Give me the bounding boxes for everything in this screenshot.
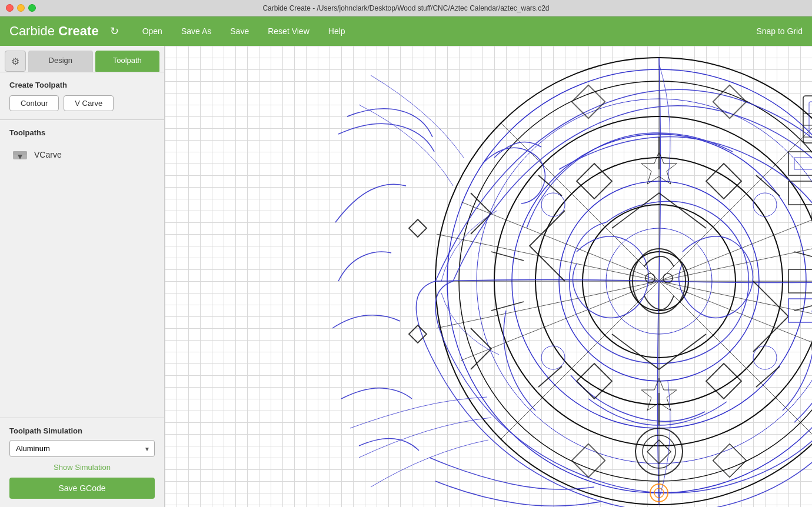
svg-rect-1 [13,151,27,155]
left-panel: ⚙ Design Toolpath Create Toolpath Contou… [0,46,165,507]
svg-rect-57 [788,299,812,322]
list-item[interactable]: VCarve [9,143,155,166]
maximize-button[interactable] [28,4,36,12]
close-button[interactable] [6,4,14,12]
vcarve-label: VCarve [34,150,62,159]
tab-design[interactable]: Design [28,51,93,72]
minimize-button[interactable] [17,4,25,12]
menu-save[interactable]: Save [223,23,256,39]
menu-reset-view[interactable]: Reset View [261,23,317,39]
create-toolpath-title: Create Toolpath [9,81,155,89]
material-select-wrapper: Aluminum Wood MDF Foam ▼ [9,440,155,457]
simulation-title: Toolpath Simulation [9,426,155,435]
toolpaths-title: Toolpaths [9,128,155,137]
main-layout: ⚙ Design Toolpath Create Toolpath Contou… [0,46,812,507]
save-gcode-button[interactable]: Save GCode [9,478,155,499]
app-name: Carbide Create [9,24,99,39]
window-title: Carbide Create - /Users/johnclark/Deskto… [262,4,549,12]
svg-rect-54 [794,158,812,169]
tab-toolpath[interactable]: Toolpath [95,51,160,72]
vcarve-icon [12,146,28,163]
snap-to-grid-button[interactable]: Snap to Grid [756,26,803,36]
v-carve-button[interactable]: V Carve [64,95,114,111]
toolpath-buttons: Contour V Carve [9,95,155,111]
menu-help[interactable]: Help [321,23,352,39]
refresh-icon[interactable]: ↻ [107,24,122,39]
toolpaths-section: Toolpaths VCarve [0,120,164,418]
gear-button[interactable]: ⚙ [5,51,26,72]
create-toolpath-section: Create Toolpath Contour V Carve [0,72,164,120]
contour-button[interactable]: Contour [9,95,59,111]
show-simulation-link[interactable]: Show Simulation [9,463,155,472]
menu-save-as[interactable]: Save As [174,23,218,39]
window-controls [6,4,36,12]
material-select[interactable]: Aluminum Wood MDF Foam [9,440,155,457]
design-canvas[interactable] [165,46,812,507]
canvas-area[interactable] [165,46,812,507]
titlebar: Carbide Create - /Users/johnclark/Deskto… [0,0,812,16]
simulation-section: Toolpath Simulation Aluminum Wood MDF Fo… [0,418,164,507]
menu-open[interactable]: Open [135,23,169,39]
menubar: Carbide Create ↻ Open Save As Save Reset… [0,16,812,46]
svg-point-45 [645,273,655,283]
tab-bar: ⚙ Design Toolpath [0,46,164,72]
